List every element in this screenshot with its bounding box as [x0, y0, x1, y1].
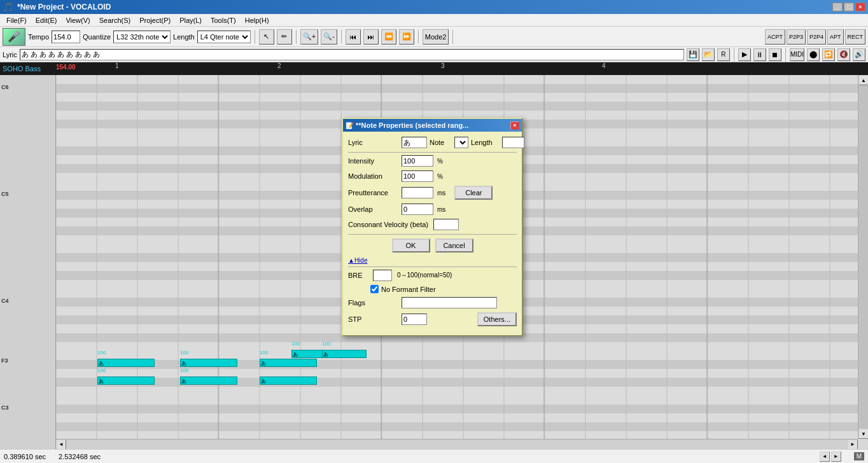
dialog-title-bar: 📝 **Note Properties (selected rang... × [343, 119, 522, 132]
dialog-body: Lyric Note Length Intensity % Modulation… [343, 132, 522, 335]
lyric-field-label: Lyric [348, 139, 399, 146]
dialog-overlay: 📝 **Note Properties (selected rang... × … [0, 0, 868, 463]
bre-label: BRE [348, 272, 370, 279]
intensity-row: Intensity % [348, 155, 517, 167]
overlap-row: Overlap ms [348, 204, 517, 215]
note-properties-dialog: 📝 **Note Properties (selected rang... × … [342, 118, 523, 336]
ok-btn[interactable]: OK [392, 238, 430, 252]
flags-label: Flags [348, 299, 399, 307]
overlap-input[interactable] [402, 204, 433, 215]
bre-range: 0～100(normal=50) [397, 271, 452, 280]
length-field-label: Length [471, 139, 500, 146]
ok-cancel-row: OK Cancel [348, 238, 517, 252]
consonant-label: Consonant Velocity (beta) [348, 221, 428, 228]
hide-row: ▲Hide [348, 256, 517, 264]
stp-row: STP Others... [348, 312, 517, 326]
preutterance-unit: ms [437, 190, 445, 197]
overlap-label: Overlap [348, 205, 399, 213]
preutterance-input[interactable] [402, 187, 433, 198]
formant-row: No Formant Filter [370, 285, 517, 293]
flags-input[interactable] [402, 297, 497, 308]
modulation-row: Modulation % [348, 170, 517, 182]
intensity-label: Intensity [348, 157, 399, 165]
lyric-field[interactable] [402, 137, 427, 148]
modulation-unit: % [437, 173, 443, 180]
dialog-close-btn[interactable]: × [510, 121, 519, 130]
cancel-btn[interactable]: Cancel [435, 238, 473, 252]
preutterance-row: Preutterance ms Clear [348, 186, 517, 200]
modulation-input[interactable] [402, 170, 433, 182]
dialog-title-text: **Note Properties (selected rang... [356, 121, 468, 129]
sep3 [348, 266, 517, 267]
others-btn[interactable]: Others... [477, 312, 517, 326]
formant-checkbox[interactable] [370, 285, 379, 293]
sep1 [348, 152, 517, 153]
clear-btn[interactable]: Clear [454, 186, 493, 200]
overlap-unit: ms [437, 206, 445, 213]
sep2 [348, 234, 517, 235]
formant-label: No Formant Filter [370, 285, 436, 293]
note-select[interactable] [454, 137, 468, 148]
flags-row: Flags [348, 297, 517, 308]
lyric-note-row: Lyric Note Length [348, 137, 517, 148]
stp-label: STP [348, 315, 399, 323]
preutterance-label: Preutterance [348, 189, 399, 197]
modulation-label: Modulation [348, 172, 399, 180]
length-field[interactable] [502, 137, 524, 148]
note-field-label: Note [430, 139, 452, 146]
hide-link[interactable]: ▲Hide [348, 257, 367, 264]
intensity-input[interactable] [402, 155, 433, 167]
consonant-input[interactable] [433, 219, 459, 230]
bre-input[interactable] [373, 270, 392, 281]
stp-input[interactable] [402, 314, 427, 325]
consonant-row: Consonant Velocity (beta) [348, 219, 517, 230]
intensity-unit: % [437, 158, 443, 165]
bre-row: BRE 0～100(normal=50) [348, 270, 517, 281]
